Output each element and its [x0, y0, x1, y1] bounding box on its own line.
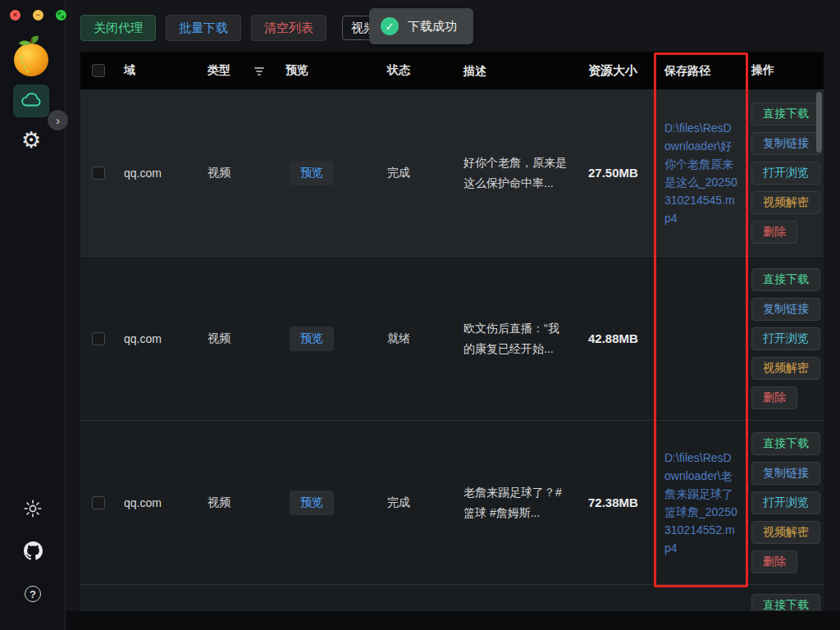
table-row-partial: 直接下载	[80, 585, 824, 611]
check-circle-icon: ✓	[381, 17, 399, 35]
header-domain: 域	[116, 63, 199, 78]
cell-actions: 直接下载 复制链接 打开浏览 视频解密 删除	[744, 422, 824, 583]
toast-notification: ✓ 下载成功	[369, 8, 473, 44]
minimize-window-button[interactable]: −	[33, 10, 43, 21]
direct-download-button[interactable]: 直接下载	[751, 268, 820, 291]
header-path: 保存路径	[654, 62, 744, 80]
gear-icon: ⚙	[21, 127, 41, 153]
cell-size: 42.88MB	[572, 331, 654, 345]
cell-save-path-link[interactable]: D:\files\ResDownloader\好你个老詹原来是这么_202503…	[654, 119, 744, 227]
copy-link-button[interactable]: 复制链接	[751, 462, 820, 485]
clear-list-button[interactable]: 清空列表	[251, 15, 326, 41]
table-row: qq.com 视频 预览 就绪 欧文伤后直播：“我的康复已经开始... 42.8…	[80, 257, 824, 421]
cell-description: 欧文伤后直播：“我的康复已经开始...	[449, 318, 572, 359]
cell-domain: qq.com	[116, 167, 199, 180]
direct-download-button[interactable]: 直接下载	[751, 594, 820, 611]
window-controls: × −	[10, 10, 66, 21]
filter-icon[interactable]	[254, 66, 264, 75]
direct-download-button[interactable]: 直接下载	[751, 103, 820, 126]
header-actions: 操作	[744, 63, 824, 78]
row-checkbox[interactable]	[92, 496, 105, 509]
header-preview: 预览	[272, 63, 371, 78]
sidebar: × −	[0, 0, 66, 630]
delete-button[interactable]: 删除	[751, 550, 797, 573]
cloud-icon	[21, 91, 42, 111]
close-window-button[interactable]: ×	[10, 10, 21, 21]
open-browser-button[interactable]: 打开浏览	[751, 327, 820, 350]
toast-message: 下载成功	[408, 19, 457, 34]
github-icon	[24, 541, 43, 564]
cell-status: 就绪	[371, 331, 449, 346]
row-checkbox[interactable]	[92, 167, 105, 180]
delete-button[interactable]: 删除	[751, 221, 797, 244]
cell-actions: 直接下载 复制链接 打开浏览 视频解密 删除	[744, 258, 824, 419]
video-decrypt-button[interactable]: 视频解密	[751, 357, 820, 380]
table-row: qq.com 视频 预览 完成 老詹来踢足球了？#篮球 #詹姆斯... 72.3…	[80, 421, 824, 585]
copy-link-button[interactable]: 复制链接	[751, 132, 820, 155]
cell-type: 视频	[199, 166, 272, 180]
batch-download-button[interactable]: 批量下载	[166, 15, 241, 41]
app-logo-icon	[11, 33, 52, 79]
cell-actions: 直接下载	[744, 585, 824, 611]
cell-status: 完成	[371, 166, 449, 180]
sidebar-item-settings[interactable]: ⚙	[18, 127, 44, 153]
preview-button[interactable]: 预览	[290, 161, 334, 185]
zoom-window-button[interactable]	[56, 10, 66, 21]
open-browser-button[interactable]: 打开浏览	[751, 491, 820, 514]
sun-icon	[24, 500, 42, 521]
close-proxy-button[interactable]: 关闭代理	[80, 15, 156, 41]
chevron-right-icon: ›	[56, 113, 60, 127]
cell-type: 视频	[199, 495, 272, 510]
preview-button[interactable]: 预览	[290, 326, 334, 351]
cell-type: 视频	[199, 331, 272, 346]
sidebar-item-downloads[interactable]	[13, 84, 49, 117]
header-description: 描述	[449, 61, 572, 81]
help-button[interactable]: ?	[23, 584, 43, 604]
direct-download-button[interactable]: 直接下载	[751, 432, 820, 455]
cell-save-path-link[interactable]: D:\files\ResDownloader\老詹来踢足球了篮球詹_202503…	[654, 449, 744, 557]
github-link-button[interactable]	[23, 542, 43, 562]
header-size: 资源大小	[572, 63, 654, 79]
cell-status: 完成	[371, 495, 449, 510]
table-row: qq.com 视频 预览 完成 好你个老詹，原来是这么保护命中率... 27.5…	[80, 89, 824, 257]
question-mark-icon: ?	[25, 586, 41, 602]
cell-domain: qq.com	[116, 332, 199, 345]
bottom-strip	[66, 611, 840, 630]
cell-size: 27.50MB	[572, 166, 654, 180]
video-decrypt-button[interactable]: 视频解密	[751, 521, 820, 544]
copy-link-button[interactable]: 复制链接	[751, 298, 820, 321]
preview-button[interactable]: 预览	[290, 491, 334, 515]
cell-description: 好你个老詹，原来是这么保护命中率...	[449, 153, 572, 194]
download-table: 域 类型 预览 状态 描述 资源大小 保存路径 操作 qq.com 视频 预览 …	[80, 52, 824, 611]
theme-toggle-button[interactable]	[23, 500, 43, 520]
header-type: 类型	[199, 63, 272, 78]
delete-button[interactable]: 删除	[751, 386, 797, 409]
app-window: × −	[0, 0, 840, 630]
cell-size: 72.38MB	[572, 495, 654, 509]
select-all-checkbox[interactable]	[92, 64, 105, 77]
row-checkbox[interactable]	[92, 332, 105, 345]
sidebar-expand-button[interactable]: ›	[48, 110, 68, 130]
video-decrypt-button[interactable]: 视频解密	[751, 191, 820, 214]
header-status: 状态	[371, 63, 449, 78]
cell-actions: 直接下载 复制链接 打开浏览 视频解密 删除	[744, 93, 824, 253]
open-browser-button[interactable]: 打开浏览	[751, 162, 820, 185]
cell-domain: qq.com	[116, 496, 199, 509]
sidebar-footer: ?	[0, 500, 66, 604]
table-header: 域 类型 预览 状态 描述 资源大小 保存路径 操作	[80, 52, 824, 89]
toolbar: 关闭代理 批量下载 清空列表 视频 ×	[80, 15, 398, 41]
cell-description: 老詹来踢足球了？#篮球 #詹姆斯...	[449, 482, 572, 523]
scrollbar-thumb[interactable]	[816, 92, 822, 153]
